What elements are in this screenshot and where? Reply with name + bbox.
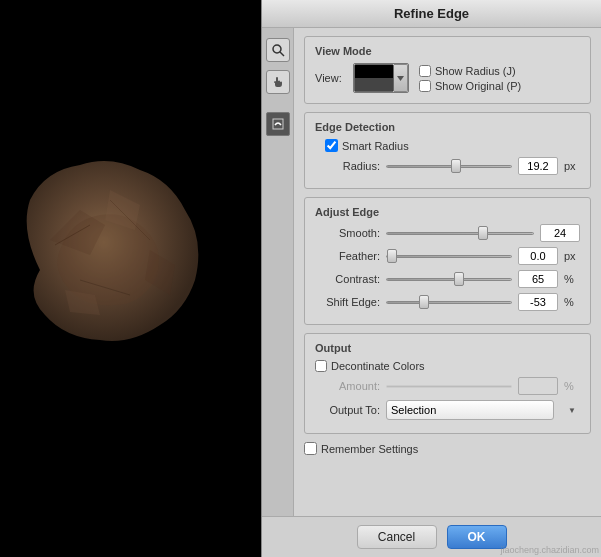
smooth-slider[interactable] <box>386 226 534 240</box>
shift-edge-row: Shift Edge: % <box>315 293 580 311</box>
output-section: Output Decontinate Colors Amount: % <box>304 333 591 434</box>
amount-input <box>518 377 558 395</box>
hand-icon <box>271 75 285 89</box>
tool-strip <box>262 28 294 516</box>
decontaminate-row: Decontinate Colors <box>315 360 580 372</box>
refine-edge-dialog: Refine Edge <box>261 0 601 557</box>
amount-slider <box>386 379 512 393</box>
view-checkboxes: Show Radius (J) Show Original (P) <box>419 63 521 95</box>
view-text-label: View: <box>315 72 345 84</box>
adjust-edge-label: Adjust Edge <box>315 206 580 218</box>
dropdown-arrow-icon: ▼ <box>568 406 576 415</box>
edge-detection-label: Edge Detection <box>315 121 580 133</box>
zoom-tool-button[interactable] <box>266 38 290 62</box>
svg-point-3 <box>273 45 281 53</box>
feather-input[interactable] <box>518 247 558 265</box>
output-label: Output <box>315 342 580 354</box>
show-radius-label: Show Radius (J) <box>435 65 516 77</box>
svg-rect-5 <box>273 119 283 129</box>
radius-slider[interactable] <box>386 159 512 173</box>
edge-detection-tool-button[interactable] <box>266 112 290 136</box>
shift-edge-input[interactable] <box>518 293 558 311</box>
contrast-label: Contrast: <box>315 273 380 285</box>
rock-image <box>10 150 220 350</box>
amount-row: Amount: % <box>315 377 580 395</box>
edge-detection-section: Edge Detection Smart Radius Radius: px <box>304 112 591 189</box>
feather-slider[interactable] <box>386 249 512 263</box>
output-to-dropdown[interactable]: Selection Layer Mask New Layer New Layer… <box>386 400 554 420</box>
remember-settings-label: Remember Settings <box>321 443 418 455</box>
amount-label: Amount: <box>315 380 380 392</box>
contrast-input[interactable] <box>518 270 558 288</box>
show-original-row: Show Original (P) <box>419 80 521 92</box>
radius-label: Radius: <box>315 160 380 172</box>
show-original-label: Show Original (P) <box>435 80 521 92</box>
smooth-row: Smooth: <box>315 224 580 242</box>
cancel-button[interactable]: Cancel <box>357 525 437 549</box>
view-thumbnail <box>354 64 394 92</box>
smart-radius-label: Smart Radius <box>342 140 409 152</box>
smooth-input[interactable] <box>540 224 580 242</box>
view-dropdown-button[interactable] <box>394 64 408 92</box>
radius-unit: px <box>564 160 580 172</box>
feather-unit: px <box>564 250 580 262</box>
zoom-icon <box>271 43 285 57</box>
feather-row: Feather: px <box>315 247 580 265</box>
contrast-slider[interactable] <box>386 272 512 286</box>
show-radius-row: Show Radius (J) <box>419 65 521 77</box>
dialog-title: Refine Edge <box>262 0 601 28</box>
smooth-label: Smooth: <box>315 227 380 239</box>
hand-tool-button[interactable] <box>266 70 290 94</box>
view-thumbnail-wrapper[interactable] <box>353 63 409 93</box>
show-original-checkbox[interactable] <box>419 80 431 92</box>
view-mode-row: View: <box>315 63 409 93</box>
adjust-edge-section: Adjust Edge Smooth: Feather: <box>304 197 591 325</box>
shift-edge-unit: % <box>564 296 580 308</box>
contrast-unit: % <box>564 273 580 285</box>
radius-row: Radius: px <box>315 157 580 175</box>
svg-line-4 <box>280 52 284 56</box>
shift-edge-label: Shift Edge: <box>315 296 380 308</box>
canvas-background <box>0 0 270 557</box>
view-mode-section: View Mode View: <box>304 36 591 104</box>
output-to-label: Output To: <box>315 404 380 416</box>
amount-unit: % <box>564 380 580 392</box>
smart-radius-row: Smart Radius <box>315 139 580 152</box>
decontaminate-label: Decontinate Colors <box>331 360 425 372</box>
view-mode-label: View Mode <box>315 45 580 57</box>
feather-label: Feather: <box>315 250 380 262</box>
shift-edge-slider[interactable] <box>386 295 512 309</box>
radius-input[interactable] <box>518 157 558 175</box>
output-to-row: Output To: Selection Layer Mask New Laye… <box>315 400 580 420</box>
edge-brush-icon <box>271 117 285 131</box>
remember-settings-checkbox[interactable] <box>304 442 317 455</box>
smart-radius-checkbox[interactable] <box>325 139 338 152</box>
output-to-dropdown-wrapper: Selection Layer Mask New Layer New Layer… <box>386 400 580 420</box>
ok-button[interactable]: OK <box>447 525 507 549</box>
watermark: jiaocheng.chazidian.com <box>500 545 599 555</box>
dialog-content: View Mode View: <box>294 28 601 516</box>
decontaminate-checkbox[interactable] <box>315 360 327 372</box>
contrast-row: Contrast: % <box>315 270 580 288</box>
show-radius-checkbox[interactable] <box>419 65 431 77</box>
remember-settings-row: Remember Settings <box>304 442 591 455</box>
